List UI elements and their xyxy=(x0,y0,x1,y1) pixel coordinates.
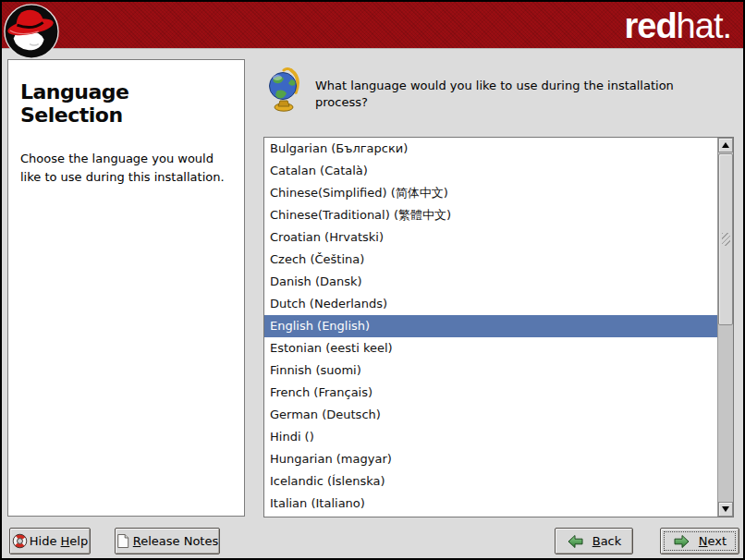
back-button[interactable]: Back xyxy=(555,528,633,554)
language-row[interactable]: Hindi () xyxy=(264,426,717,448)
release-notes-label: Release Notes xyxy=(133,534,218,548)
next-label: Next xyxy=(699,534,727,548)
language-row-selected[interactable]: English (English) xyxy=(264,315,717,337)
help-text: Choose the language you would like to us… xyxy=(20,150,233,187)
language-row[interactable]: Chinese(Traditional) (繁體中文) xyxy=(264,204,717,226)
wordmark-bold: red xyxy=(624,6,676,45)
next-arrow-icon xyxy=(673,534,690,549)
back-label: Back xyxy=(592,534,622,548)
globe-icon xyxy=(267,67,301,112)
hide-help-label: Hide Help xyxy=(30,534,88,548)
help-panel: Language Selection Choose the language y… xyxy=(7,59,245,517)
installer-window: redhat. Language Selection Choose the la… xyxy=(0,0,745,560)
scroll-down-button[interactable] xyxy=(718,502,733,517)
language-row[interactable]: German (Deutsch) xyxy=(264,404,717,426)
language-row[interactable]: French (Français) xyxy=(264,382,717,404)
language-row[interactable]: Estonian (eesti keel) xyxy=(264,337,717,359)
language-row[interactable]: Danish (Dansk) xyxy=(264,271,717,293)
language-list: Bulgarian (Български) Catalan (Català) C… xyxy=(264,138,717,517)
lifebuoy-icon xyxy=(12,533,28,549)
wordmark-regular: hat xyxy=(677,6,723,45)
scroll-up-button[interactable] xyxy=(718,138,733,152)
title-banner: redhat. xyxy=(2,2,743,49)
language-row[interactable]: Hungarian (magyar) xyxy=(264,448,717,470)
redhat-shadowman-logo xyxy=(3,3,60,60)
scrollbar-track[interactable] xyxy=(717,138,733,517)
language-row[interactable]: Icelandic (Íslenska) xyxy=(264,470,717,493)
document-icon xyxy=(116,533,129,549)
scrollbar-thumb[interactable] xyxy=(718,153,733,325)
language-row[interactable]: Bulgarian (Български) xyxy=(264,138,717,160)
language-listbox: Bulgarian (Български) Catalan (Català) C… xyxy=(263,137,734,517)
back-arrow-icon xyxy=(567,534,584,549)
language-row[interactable]: Catalan (Català) xyxy=(264,160,717,182)
page-title: Language Selection xyxy=(20,80,233,127)
redhat-wordmark: redhat. xyxy=(624,2,731,48)
down-arrow-icon xyxy=(722,506,729,512)
next-button[interactable]: Next xyxy=(660,528,739,554)
language-row[interactable]: Dutch (Nederlands) xyxy=(264,293,717,315)
hide-help-button[interactable]: Hide Help xyxy=(9,528,91,554)
language-row[interactable]: Croatian (Hrvatski) xyxy=(264,226,717,249)
language-row[interactable]: Chinese(Simplified) (简体中文) xyxy=(264,182,717,204)
release-notes-button[interactable]: Release Notes xyxy=(115,528,220,554)
language-row[interactable]: Italian (Italiano) xyxy=(264,493,717,515)
language-row[interactable]: Czech (Čeština) xyxy=(264,249,717,271)
language-row[interactable]: Finnish (suomi) xyxy=(264,359,717,382)
question-text: What language would you like to use duri… xyxy=(315,78,731,111)
wordmark-dot: . xyxy=(722,6,731,45)
up-arrow-icon xyxy=(722,142,729,148)
